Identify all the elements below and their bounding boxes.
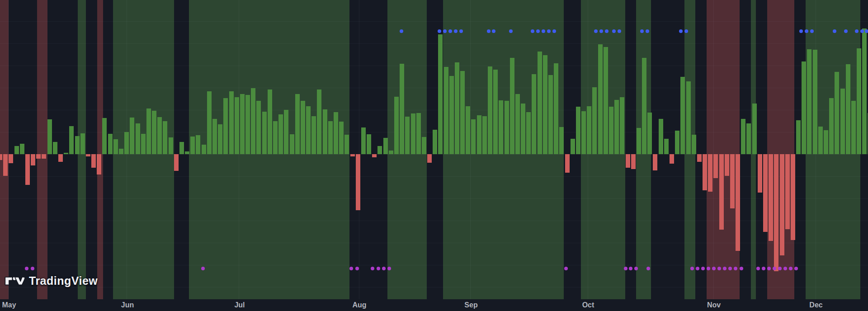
histogram-bar[interactable] (130, 118, 134, 154)
signal-dot-blue[interactable] (443, 29, 447, 33)
histogram-bar[interactable] (752, 104, 757, 154)
histogram-bar[interactable] (339, 122, 344, 154)
histogram-bar[interactable] (449, 76, 454, 154)
histogram-bar[interactable] (169, 137, 173, 154)
signal-dot-purple[interactable] (382, 267, 386, 270)
histogram-bar[interactable] (631, 154, 636, 169)
signal-dot-purple[interactable] (723, 267, 726, 270)
histogram-bar[interactable] (400, 64, 404, 154)
histogram-bar[interactable] (851, 101, 856, 154)
signal-dot-purple[interactable] (31, 267, 34, 270)
signal-dot-purple[interactable] (717, 267, 721, 270)
histogram-bar[interactable] (235, 97, 239, 154)
histogram-bar[interactable] (190, 137, 195, 154)
histogram-bar[interactable] (785, 154, 790, 229)
signal-dot-blue[interactable] (454, 29, 458, 33)
histogram-bar[interactable] (614, 100, 619, 154)
histogram-bar[interactable] (25, 154, 30, 185)
histogram-bar[interactable] (416, 113, 421, 154)
signal-dot-purple[interactable] (701, 267, 705, 270)
histogram-bar[interactable] (813, 50, 817, 154)
histogram-bar[interactable] (581, 111, 586, 154)
histogram-bar[interactable] (466, 106, 470, 154)
histogram-bar[interactable] (367, 134, 371, 154)
signal-dot-purple[interactable] (646, 267, 650, 270)
time-axis[interactable]: MayJunJulAugSepOctNovDec (0, 299, 868, 311)
histogram-bar[interactable] (350, 154, 355, 156)
histogram-bar[interactable] (543, 55, 547, 154)
histogram-bar[interactable] (609, 107, 613, 154)
signal-dot-blue[interactable] (640, 29, 644, 33)
histogram-bar[interactable] (675, 131, 679, 154)
histogram-bar[interactable] (653, 154, 657, 170)
histogram-bar[interactable] (769, 154, 773, 241)
signal-dot-purple[interactable] (25, 267, 28, 270)
signal-dot-blue[interactable] (438, 29, 441, 33)
histogram-bar[interactable] (212, 119, 217, 154)
signal-dot-blue[interactable] (646, 29, 649, 33)
signal-dot-blue[interactable] (865, 29, 868, 33)
histogram-bar[interactable] (97, 154, 101, 174)
histogram-bar[interactable] (746, 123, 751, 154)
signal-dot-purple[interactable] (773, 267, 776, 270)
signal-dot-purple[interactable] (201, 267, 205, 270)
histogram-bar[interactable] (736, 154, 740, 251)
histogram-bar[interactable] (725, 154, 729, 176)
signal-dot-purple[interactable] (387, 267, 391, 270)
signal-dot-purple[interactable] (629, 267, 632, 270)
histogram-bar[interactable] (174, 154, 179, 171)
histogram-bar[interactable] (405, 117, 410, 154)
histogram-bar[interactable] (284, 110, 288, 154)
histogram-bar[interactable] (136, 123, 140, 154)
histogram-bar[interactable] (383, 138, 388, 154)
histogram-bar[interactable] (47, 119, 52, 154)
histogram-bar[interactable] (42, 154, 46, 159)
histogram-bar[interactable] (80, 133, 85, 154)
signal-dot-blue[interactable] (805, 29, 808, 33)
signal-dot-blue[interactable] (684, 29, 688, 33)
histogram-bar[interactable] (647, 113, 652, 154)
histogram-bar[interactable] (774, 154, 778, 271)
histogram-bar[interactable] (515, 94, 520, 154)
histogram-bar[interactable] (538, 52, 542, 154)
signal-dot-blue[interactable] (860, 29, 864, 33)
histogram-bar[interactable] (157, 117, 162, 154)
histogram-bar[interactable] (185, 151, 189, 154)
histogram-bar[interactable] (69, 126, 74, 154)
histogram-bar[interactable] (91, 154, 96, 168)
signal-dot-purple[interactable] (740, 267, 743, 270)
histogram-bar[interactable] (273, 121, 278, 154)
signal-dot-blue[interactable] (679, 29, 683, 33)
histogram-bar[interactable] (328, 121, 333, 154)
signal-dot-blue[interactable] (400, 29, 403, 33)
histogram-bar[interactable] (477, 115, 481, 154)
histogram-bar[interactable] (202, 145, 206, 154)
histogram-bar[interactable] (438, 34, 443, 154)
histogram-bar[interactable] (642, 58, 646, 154)
histogram-bar[interactable] (824, 130, 828, 154)
histogram-bar[interactable] (433, 130, 437, 154)
histogram-bar[interactable] (31, 154, 35, 165)
histogram-bar[interactable] (637, 128, 641, 154)
signal-dot-blue[interactable] (599, 29, 603, 33)
signal-dot-purple[interactable] (634, 267, 638, 270)
histogram-bar[interactable] (207, 91, 212, 154)
histogram-bar[interactable] (3, 154, 8, 176)
signal-dot-blue[interactable] (547, 29, 551, 33)
histogram-bar[interactable] (278, 114, 283, 154)
signal-dot-blue[interactable] (618, 29, 621, 33)
histogram-bar[interactable] (846, 64, 850, 154)
signal-dot-purple[interactable] (789, 267, 793, 270)
histogram-bar[interactable] (659, 119, 663, 154)
histogram-bar[interactable] (488, 66, 492, 154)
signal-dot-blue[interactable] (459, 29, 463, 33)
histogram-bar[interactable] (703, 154, 707, 190)
histogram-bar[interactable] (840, 89, 845, 154)
histogram-bar[interactable] (493, 70, 498, 154)
signal-dot-purple[interactable] (624, 267, 627, 270)
histogram-bar[interactable] (460, 71, 465, 154)
signal-dot-purple[interactable] (564, 267, 568, 270)
histogram-bar[interactable] (686, 81, 691, 154)
histogram-bar[interactable] (53, 142, 57, 154)
signal-dot-blue[interactable] (594, 29, 598, 33)
